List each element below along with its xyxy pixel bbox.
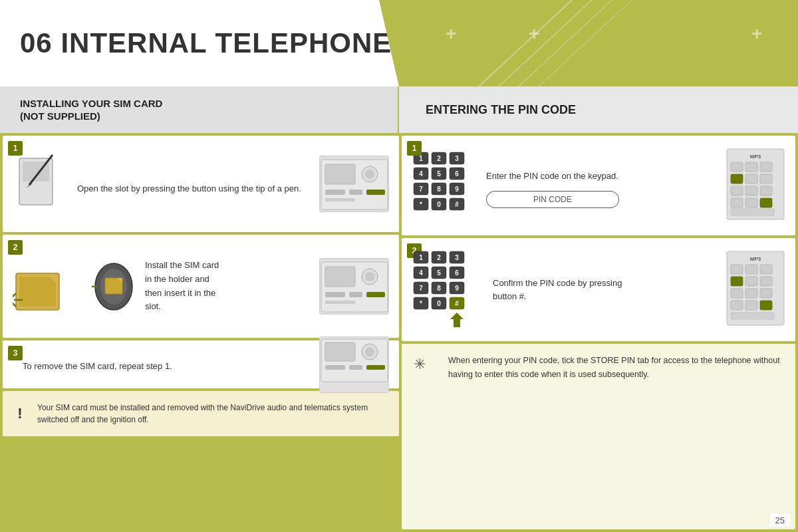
svg-rect-14 — [366, 190, 385, 195]
radio-svg-3 — [320, 337, 389, 384]
keypad-svg-1: 1 2 3 4 5 6 7 8 — [412, 150, 471, 223]
svg-rect-30 — [325, 301, 355, 304]
svg-text:5: 5 — [437, 170, 441, 178]
svg-text:3: 3 — [455, 254, 459, 261]
section-header-right: ENTERING THE PIN CODE — [399, 86, 798, 133]
info-star-icon: ✳ — [414, 356, 426, 373]
sim-holder-svg — [90, 247, 137, 327]
header: 06 INTERNAL TELEPHONE + + + — [0, 0, 798, 86]
svg-rect-108 — [731, 277, 743, 286]
svg-rect-110 — [760, 277, 772, 286]
mp3-svg-2: MP3 — [726, 250, 785, 327]
svg-line-1 — [499, 0, 592, 86]
svg-rect-114 — [731, 301, 743, 310]
svg-rect-27 — [325, 292, 345, 297]
svg-text:0: 0 — [437, 300, 441, 307]
step-1-right: 1 1 2 3 4 5 6 — [402, 136, 795, 235]
svg-text:*: * — [420, 201, 422, 208]
svg-rect-66 — [760, 162, 772, 172]
mp3-unit-2: MP3 — [726, 250, 785, 329]
svg-text:0: 0 — [437, 201, 441, 208]
svg-line-2 — [519, 0, 612, 86]
step2-text-2: in the holder and — [145, 274, 209, 284]
step-3-left: 3 To remove the SIM card, repeat step 1. — [3, 340, 399, 388]
svg-text:5: 5 — [437, 269, 441, 277]
page-number: 25 — [770, 514, 790, 527]
sim-holder-illustration — [90, 243, 137, 330]
svg-text:MP3: MP3 — [750, 256, 761, 262]
left-column: 1 Open the slot by pressing the button u… — [3, 136, 399, 529]
svg-rect-65 — [745, 162, 757, 172]
mp3-unit-1: MP3 — [726, 148, 785, 223]
svg-rect-116 — [760, 301, 772, 310]
svg-rect-71 — [745, 186, 757, 196]
svg-rect-109 — [745, 277, 757, 286]
page-title: 06 INTERNAL TELEPHONE — [20, 27, 392, 59]
svg-rect-64 — [731, 162, 743, 172]
svg-text:#: # — [455, 300, 459, 307]
left-section-title-line2: (NOT SUPPLIED) — [20, 110, 162, 123]
svg-text:9: 9 — [455, 285, 459, 292]
main-content: 1 Open the slot by pressing the button u… — [0, 133, 798, 532]
svg-text:4: 4 — [419, 170, 423, 178]
section-headers: INSTALLING YOUR SIM CARD (NOT SUPPLIED) … — [0, 86, 798, 133]
radio-unit-3 — [319, 336, 389, 393]
header-decoration: + + + — [399, 0, 798, 86]
svg-rect-75 — [760, 198, 772, 207]
svg-rect-15 — [325, 198, 355, 201]
svg-text:MP3: MP3 — [750, 154, 761, 160]
step-number-3-left: 3 — [8, 346, 23, 360]
svg-line-3 — [539, 0, 632, 86]
step-2-right: 2 1 2 3 4 5 6 — [402, 238, 795, 341]
svg-rect-107 — [760, 265, 772, 274]
svg-rect-29 — [366, 292, 385, 297]
info-box: ✳ When entering your PIN code, tick the … — [402, 344, 795, 529]
svg-rect-74 — [745, 198, 757, 207]
svg-rect-67 — [731, 174, 743, 184]
step-1-left: 1 Open the slot by pressing the button u… — [3, 136, 399, 232]
svg-rect-9 — [325, 164, 355, 184]
right-section-title: ENTERING THE PIN CODE — [426, 103, 576, 117]
sim-tray-svg — [13, 247, 82, 330]
radio-svg-2 — [320, 259, 389, 315]
step2-text-3: then insert it in the — [145, 288, 215, 298]
pin-input-box: PIN CODE — [486, 191, 619, 208]
svg-text:2: 2 — [437, 155, 441, 162]
radio-unit-2 — [319, 258, 389, 315]
svg-rect-111 — [731, 289, 743, 298]
svg-text:4: 4 — [419, 269, 423, 277]
svg-rect-102 — [454, 319, 460, 327]
keypad-svg-2: 1 2 3 4 5 6 7 8 — [412, 249, 475, 332]
step-1-right-content: Enter the PIN code on the keypad. PIN CO… — [479, 163, 718, 208]
left-section-title-line1: INSTALLING YOUR SIM CARD — [20, 97, 162, 110]
step-number-1-right: 1 — [407, 141, 422, 156]
svg-text:2: 2 — [437, 254, 441, 261]
svg-text:6: 6 — [455, 170, 459, 178]
step-2-right-text-2: button #. — [493, 290, 718, 303]
svg-rect-12 — [325, 190, 345, 195]
left-section-title: INSTALLING YOUR SIM CARD (NOT SUPPLIED) — [20, 97, 162, 123]
radio-unit-1 — [319, 156, 389, 212]
svg-text:#: # — [455, 201, 459, 208]
svg-rect-28 — [349, 292, 362, 297]
svg-rect-112 — [745, 289, 757, 298]
svg-rect-105 — [731, 265, 743, 274]
svg-text:9: 9 — [455, 186, 459, 193]
svg-point-11 — [365, 170, 374, 179]
step2-text-1: Install the SIM card — [145, 260, 219, 270]
step-1-right-text: Enter the PIN code on the keypad. — [486, 170, 718, 183]
right-column: 1 1 2 3 4 5 6 — [402, 136, 795, 529]
svg-rect-24 — [325, 267, 355, 287]
svg-rect-72 — [760, 186, 772, 196]
svg-rect-17 — [19, 277, 56, 307]
svg-rect-70 — [731, 186, 743, 196]
chapter-number: 06 — [20, 27, 53, 59]
svg-point-26 — [365, 272, 374, 281]
svg-rect-68 — [745, 174, 757, 184]
svg-point-34 — [365, 347, 374, 356]
svg-text:3: 3 — [455, 155, 459, 162]
keypad-1: 1 2 3 4 5 6 7 8 — [412, 150, 471, 226]
svg-rect-69 — [760, 174, 772, 184]
step-1-left-text: Open the slot by pressing the button usi… — [77, 172, 311, 196]
section-header-left: INSTALLING YOUR SIM CARD (NOT SUPPLIED) — [0, 86, 399, 133]
